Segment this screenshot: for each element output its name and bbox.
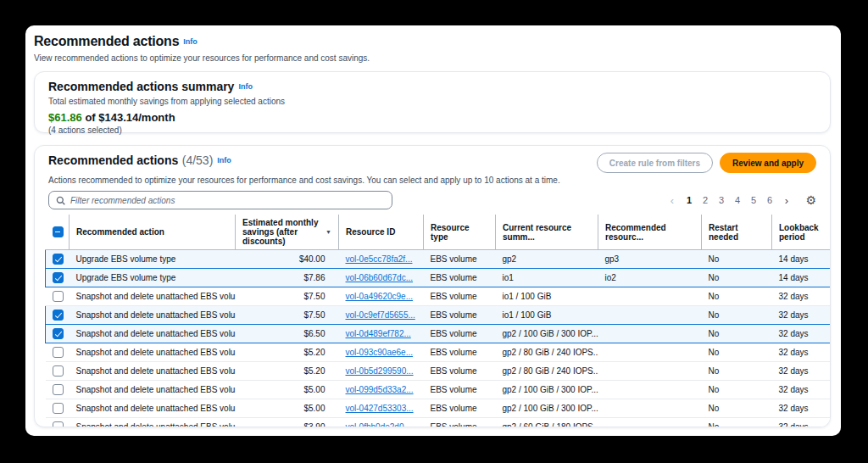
pagination: ‹ 123456 › ⚙ [664,192,816,209]
row-checkbox[interactable] [53,384,64,395]
cell-restart-needed: No [702,399,772,418]
cell-recommended-resource-summary [598,306,702,325]
table-description: Actions recommended to optimize your res… [35,173,830,185]
pagination-prev-button[interactable]: ‹ [664,192,680,209]
savings-total: of $143.14/month [82,111,175,124]
cell-restart-needed: No [702,343,772,362]
create-rule-button[interactable]: Create rule from filters [597,153,713,173]
cell-restart-needed: No [702,306,772,325]
column-lookback-period[interactable]: Lookback period [772,215,832,250]
table-card-header: Recommended actions (4/53)Info Create ru… [35,146,830,173]
table-row[interactable]: Snapshot and delete unattached EBS volum… [46,418,832,428]
column-estimated-savings[interactable]: Estimated monthly savings (after discoun… [236,215,339,250]
table-row[interactable]: Snapshot and delete unattached EBS volum… [46,287,832,306]
table-info-link[interactable]: Info [217,156,231,165]
column-restart-needed[interactable]: Restart needed [702,215,772,250]
cell-restart-needed: No [702,362,772,381]
cell-recommended-action: Snapshot and delete unattached EBS volum… [70,287,236,306]
pagination-page-1[interactable]: 1 [681,192,697,209]
cell-resource-type: EBS volume [424,399,496,418]
pagination-page-2[interactable]: 2 [697,192,713,209]
pagination-page-5[interactable]: 5 [745,192,761,209]
recommended-actions-table: Recommended action Estimated monthly sav… [45,215,831,427]
resource-id-link[interactable]: vol-06b60d67dc... [346,273,414,282]
column-current-resource-summary[interactable]: Current resource summ... [496,215,598,250]
page-title: Recommended actions [34,34,179,48]
resource-id-link[interactable]: vol-0427d53303... [346,404,414,413]
resource-id-link[interactable]: vol-093c90ae6e... [346,348,414,357]
cell-resource-type: EBS volume [424,343,496,362]
resource-id-link[interactable]: vol-0fbb0de2d0... [346,422,411,427]
cell-lookback-period: 32 days [772,381,832,399]
filter-input[interactable] [70,196,385,205]
table-row[interactable]: Snapshot and delete unattached EBS volum… [46,399,832,418]
resource-id-link[interactable]: vol-0b5d299590... [346,366,414,376]
row-checkbox[interactable] [53,291,64,302]
column-resource-id[interactable]: Resource ID [339,215,424,250]
resource-id-link[interactable]: vol-0c9ef7d5655... [346,310,415,320]
search-icon [56,196,65,205]
row-checkbox[interactable] [53,254,64,265]
resource-id-link[interactable]: vol-099d5d33a2... [346,385,414,394]
cell-recommended-action: Snapshot and delete unattached EBS volum… [70,362,236,381]
pagination-page-6[interactable]: 6 [761,192,777,209]
cell-lookback-period: 32 days [772,362,832,381]
cell-lookback-period: 32 days [772,343,832,362]
table-scroll-area[interactable]: Recommended action Estimated monthly sav… [35,215,831,427]
cell-recommended-action: Snapshot and delete unattached EBS volum… [70,343,236,362]
page-info-link[interactable]: Info [183,37,198,46]
cell-current-resource-summary: io1 [496,269,598,287]
table-row[interactable]: Snapshot and delete unattached EBS volum… [46,381,832,399]
recommended-actions-page: Recommended actionsInfo View recommended… [25,25,841,436]
cell-recommended-resource-summary [598,343,702,362]
cell-resource-type: EBS volume [424,325,496,343]
cell-estimated-savings: $5.20 [236,362,339,381]
cell-lookback-period: 14 days [772,269,832,287]
cell-estimated-savings: $3.90 [236,418,339,428]
summary-info-link[interactable]: Info [238,82,253,91]
table-row[interactable]: Snapshot and delete unattached EBS volum… [46,325,832,343]
row-checkbox[interactable] [53,310,64,321]
cell-recommended-action: Upgrade EBS volume type [70,250,236,269]
table-row[interactable]: Snapshot and delete unattached EBS volum… [46,343,832,362]
cell-lookback-period: 32 days [772,287,832,306]
row-checkbox[interactable] [53,347,64,358]
select-all-checkbox[interactable] [53,226,64,237]
cell-lookback-period: 32 days [772,418,832,428]
sort-desc-icon: ▼ [326,229,331,235]
gear-icon[interactable]: ⚙ [805,193,816,207]
pagination-next-button[interactable]: › [778,192,794,209]
cell-restart-needed: No [702,269,772,287]
column-recommended-action[interactable]: Recommended action [70,215,236,250]
filter-input-box[interactable] [48,191,392,209]
table-row[interactable]: Upgrade EBS volume type $7.86 vol-06b60d… [46,269,832,287]
pagination-page-3[interactable]: 3 [713,192,729,209]
column-resource-type[interactable]: Resource type [424,215,496,250]
resource-id-link[interactable]: vol-0a49620c9e... [346,292,414,301]
cell-recommended-resource-summary [598,399,702,418]
row-checkbox[interactable] [53,272,64,283]
table-header-row: Recommended action Estimated monthly sav… [46,215,832,250]
cell-current-resource-summary: gp2 / 100 GiB / 300 IOP... [496,325,598,343]
cell-estimated-savings: $7.86 [236,269,339,287]
row-checkbox[interactable] [53,365,64,377]
screenshot-frame: Recommended actionsInfo View recommended… [0,0,868,463]
cell-recommended-action: Snapshot and delete unattached EBS volum… [70,399,236,418]
column-recommended-resource-summary[interactable]: Recommended resourc... [598,215,702,250]
pagination-page-4[interactable]: 4 [729,192,745,209]
row-checkbox[interactable] [53,403,64,414]
cell-estimated-savings: $5.00 [236,381,339,399]
row-checkbox[interactable] [53,421,64,427]
table-row[interactable]: Snapshot and delete unattached EBS volum… [46,306,832,325]
row-checkbox[interactable] [53,328,64,339]
cell-current-resource-summary: gp2 / 80 GiB / 240 IOPS... [496,362,598,381]
table-row[interactable]: Upgrade EBS volume type $40.00 vol-0e5cc… [46,250,832,269]
resource-id-link[interactable]: vol-0e5cc78fa2f... [346,254,413,264]
cell-recommended-resource-summary [598,325,702,343]
table-row[interactable]: Snapshot and delete unattached EBS volum… [46,362,832,381]
cell-current-resource-summary: gp2 / 80 GiB / 240 IOPS... [496,343,598,362]
resource-id-link[interactable]: vol-0d489ef782... [346,329,411,338]
cell-resource-type: EBS volume [424,287,496,306]
review-apply-button[interactable]: Review and apply [720,153,816,173]
cell-recommended-action: Snapshot and delete unattached EBS volum… [70,306,236,325]
